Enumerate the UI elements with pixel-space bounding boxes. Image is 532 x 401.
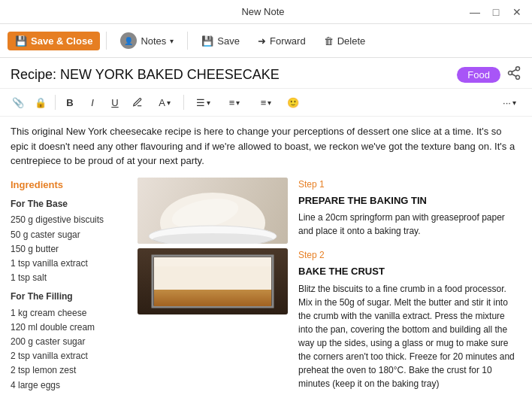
intro-text: This original New York cheesecake recipe… bbox=[11, 124, 521, 169]
step-title: BAKE THE CRUST bbox=[298, 264, 521, 279]
steps-column: Step 1 PREPARE THE BAKING TIN Line a 20c… bbox=[298, 178, 521, 395]
align-button[interactable]: ≡ ▾ bbox=[251, 92, 281, 113]
cheesecake-image-1 bbox=[138, 178, 288, 244]
step-label: Step 1 bbox=[298, 178, 521, 191]
two-column-layout: Ingredients For The Base 250 g digestive… bbox=[11, 178, 521, 395]
window-title: New Note bbox=[60, 6, 466, 17]
base-heading: For The Base bbox=[11, 197, 127, 211]
svg-point-2 bbox=[516, 75, 520, 79]
list-item: 2 tsp lemon zest bbox=[11, 363, 127, 378]
fmt-sep-2 bbox=[183, 95, 184, 110]
list-button[interactable]: ☰ ▾ bbox=[188, 92, 218, 113]
step-text: Blitz the biscuits to a fine crumb in a … bbox=[298, 282, 521, 390]
floppy-icon: 💾 bbox=[15, 35, 27, 47]
bold-button[interactable]: B bbox=[59, 92, 80, 113]
step-2: Step 2 BAKE THE CRUST Blitz the biscuits… bbox=[298, 248, 521, 390]
forward-button[interactable]: ➜ Forward bbox=[250, 32, 313, 50]
chevron-down-icon: ▾ bbox=[170, 37, 174, 45]
window-controls: — □ ✕ bbox=[466, 3, 526, 21]
title-bar: New Note — □ ✕ bbox=[0, 0, 532, 24]
lock-button[interactable]: 🔒 bbox=[30, 92, 51, 113]
close-button[interactable]: ✕ bbox=[508, 3, 526, 21]
fmt-sep-1 bbox=[55, 95, 56, 110]
list-item: 4 large eggs bbox=[11, 378, 127, 393]
step-title: PREPARE THE BAKING TIN bbox=[298, 193, 521, 208]
list-item: 1 tsp salt bbox=[11, 271, 127, 285]
step-1: Step 1 PREPARE THE BAKING TIN Line a 20c… bbox=[298, 178, 521, 238]
more-button[interactable]: ··· ▾ bbox=[494, 92, 524, 113]
content-area: This original New York cheesecake recipe… bbox=[0, 117, 532, 394]
list-item: 2 tsp vanilla extract bbox=[11, 349, 127, 363]
list-item: 1 tsp vanilla extract bbox=[11, 257, 127, 271]
save-close-button[interactable]: 💾 Save & Close bbox=[8, 32, 100, 50]
line-spacing-button[interactable]: ≡ ▾ bbox=[219, 92, 249, 113]
forward-icon: ➜ bbox=[258, 35, 266, 47]
note-header: Recipe: NEW YORK BAKED CHEESECAKE Food bbox=[0, 58, 532, 89]
notes-button[interactable]: 👤 Notes ▾ bbox=[113, 29, 181, 53]
format-bar: 📎 🔒 B I U A ▾ ☰ ▾ ≡ ▾ ≡ ▾ 🙂 ··· ▾ bbox=[0, 89, 532, 117]
svg-line-3 bbox=[512, 74, 516, 76]
italic-button[interactable]: I bbox=[82, 92, 103, 113]
emoji-button[interactable]: 🙂 bbox=[283, 92, 304, 113]
filling-ingredients: 1 kg cream cheese120 ml double cream200 … bbox=[11, 306, 127, 393]
step-label: Step 2 bbox=[298, 248, 521, 262]
list-item: 120 ml double cream bbox=[11, 320, 127, 335]
minimize-button[interactable]: — bbox=[466, 3, 484, 21]
font-size-button[interactable]: A ▾ bbox=[150, 92, 180, 113]
cheesecake-image-2 bbox=[138, 248, 288, 314]
trash-icon: 🗑 bbox=[324, 35, 334, 47]
note-title: Recipe: NEW YORK BAKED CHEESECAKE bbox=[11, 67, 280, 83]
filling-heading: For The Filling bbox=[11, 290, 127, 304]
base-ingredients: 250 g digestive biscuits50 g caster suga… bbox=[11, 213, 127, 285]
toolbar: 💾 Save & Close 👤 Notes ▾ 💾 Save ➜ Forwar… bbox=[0, 24, 532, 58]
highlight-button[interactable] bbox=[127, 92, 148, 113]
note-header-right: Food bbox=[457, 65, 521, 84]
list-item: 50 g caster sugar bbox=[11, 228, 127, 242]
save-icon: 💾 bbox=[201, 35, 213, 47]
images-column bbox=[138, 178, 288, 395]
list-item: 1 kg cream cheese bbox=[11, 306, 127, 320]
svg-line-4 bbox=[512, 69, 516, 71]
step-text: Line a 20cm springform pan with greasepr… bbox=[298, 211, 521, 238]
toolbar-sep-1 bbox=[106, 32, 107, 50]
share-button[interactable] bbox=[506, 65, 521, 84]
svg-point-0 bbox=[516, 67, 520, 71]
attachment-button[interactable]: 📎 bbox=[8, 92, 29, 113]
avatar: 👤 bbox=[120, 32, 137, 49]
ingredients-heading: Ingredients bbox=[11, 178, 127, 193]
underline-button[interactable]: U bbox=[104, 92, 125, 113]
food-tag-button[interactable]: Food bbox=[457, 67, 500, 83]
list-item: 150 g butter bbox=[11, 242, 127, 257]
save-button[interactable]: 💾 Save bbox=[194, 32, 247, 50]
svg-point-1 bbox=[509, 71, 512, 75]
maximize-button[interactable]: □ bbox=[487, 3, 505, 21]
toolbar-sep-2 bbox=[187, 32, 188, 50]
more-options: ··· ▾ bbox=[494, 92, 524, 113]
delete-button[interactable]: 🗑 Delete bbox=[316, 32, 373, 50]
list-item: 250 g digestive biscuits bbox=[11, 213, 127, 227]
ingredients-column: Ingredients For The Base 250 g digestive… bbox=[11, 178, 127, 395]
list-item: 200 g caster sugar bbox=[11, 335, 127, 349]
